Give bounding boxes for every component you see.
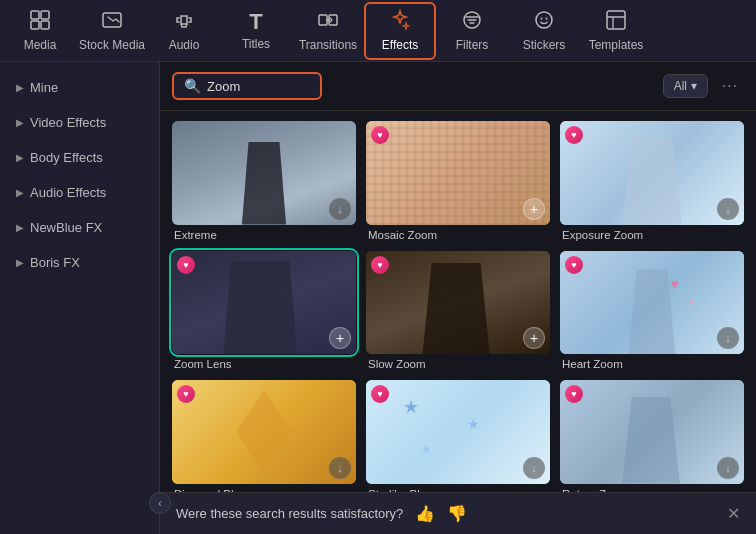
toolbar-filters-label: Filters bbox=[456, 38, 489, 52]
effect-thumb-heart-zoom[interactable]: ♥ ♥ ♥ ↓ bbox=[560, 251, 744, 355]
arrow-icon: ▶ bbox=[16, 257, 24, 268]
download-icon: ↓ bbox=[329, 457, 351, 479]
list-item[interactable]: ↓ Extreme bbox=[172, 121, 356, 241]
sidebar-collapse-button[interactable]: ‹ bbox=[149, 492, 171, 514]
effect-thumb-slow-zoom[interactable]: ♥ + bbox=[366, 251, 550, 355]
premium-badge: ♥ bbox=[565, 385, 583, 403]
svg-rect-5 bbox=[319, 15, 327, 25]
search-input[interactable] bbox=[207, 79, 307, 94]
svg-rect-11 bbox=[607, 11, 625, 29]
filters-icon bbox=[461, 9, 483, 34]
sidebar-item-audio-effects[interactable]: ▶ Audio Effects bbox=[0, 175, 159, 210]
feedback-text: Were these search results satisfactory? bbox=[176, 506, 403, 521]
toolbar-stickers[interactable]: Stickers bbox=[508, 2, 580, 60]
sidebar: ▶ Mine ▶ Video Effects ▶ Body Effects ▶ … bbox=[0, 62, 160, 534]
titles-icon: T bbox=[249, 11, 262, 33]
list-item[interactable]: ♥ + Slow Zoom bbox=[366, 251, 550, 371]
arrow-icon: ▶ bbox=[16, 82, 24, 93]
more-options-button[interactable]: ··· bbox=[716, 72, 744, 100]
sidebar-item-body-effects[interactable]: ▶ Body Effects bbox=[0, 140, 159, 175]
sidebar-item-body-effects-label: Body Effects bbox=[30, 150, 103, 165]
effects-grid: ↓ Extreme ♥ + Mosaic Zoom ♥ ↓ bbox=[160, 111, 756, 492]
toolbar-titles[interactable]: T Titles bbox=[220, 2, 292, 60]
download-icon: ↓ bbox=[523, 457, 545, 479]
toolbar-effects[interactable]: Effects bbox=[364, 2, 436, 60]
thumbup-icon[interactable]: 👍 bbox=[415, 504, 435, 523]
svg-rect-3 bbox=[41, 21, 49, 29]
stock-media-icon bbox=[101, 9, 123, 34]
list-item[interactable]: ♥ ♥ ♥ ↓ Heart Zoom bbox=[560, 251, 744, 371]
feedback-close-button[interactable]: ✕ bbox=[727, 504, 740, 523]
toolbar: Media Stock Media Audio T Titles bbox=[0, 0, 756, 62]
effect-label: Extreme bbox=[172, 229, 356, 241]
list-item[interactable]: ♥ ↓ Exposure Zoom bbox=[560, 121, 744, 241]
add-icon: + bbox=[523, 198, 545, 220]
arrow-icon: ▶ bbox=[16, 222, 24, 233]
toolbar-templates[interactable]: Templates bbox=[580, 2, 652, 60]
effects-icon bbox=[389, 9, 411, 34]
templates-icon bbox=[605, 9, 627, 34]
effect-label: Exposure Zoom bbox=[560, 229, 744, 241]
svg-rect-1 bbox=[41, 11, 49, 19]
download-icon: ↓ bbox=[717, 457, 739, 479]
premium-badge: ♥ bbox=[177, 385, 195, 403]
feedback-bar: Were these search results satisfactory? … bbox=[160, 492, 756, 534]
list-item[interactable]: ♥ ↓ Diamond Blur bbox=[172, 380, 356, 492]
chevron-down-icon: ▾ bbox=[691, 79, 697, 93]
toolbar-transitions[interactable]: Transitions bbox=[292, 2, 364, 60]
audio-icon bbox=[173, 9, 195, 34]
effect-thumb-zoom-lens[interactable]: ♥ + bbox=[172, 251, 356, 355]
toolbar-audio[interactable]: Audio bbox=[148, 2, 220, 60]
effect-thumb-exposure-zoom[interactable]: ♥ ↓ bbox=[560, 121, 744, 225]
sidebar-item-boris-fx[interactable]: ▶ Boris FX bbox=[0, 245, 159, 280]
list-item[interactable]: ♥ + Mosaic Zoom bbox=[366, 121, 550, 241]
stickers-icon bbox=[533, 9, 555, 34]
content-area: 🔍 All ▾ ··· ↓ Extreme bbox=[160, 62, 756, 534]
filter-label: All bbox=[674, 79, 687, 93]
toolbar-transitions-label: Transitions bbox=[299, 38, 357, 52]
arrow-icon: ▶ bbox=[16, 187, 24, 198]
list-item[interactable]: ★ ★ ★ ♥ ↓ Starlike Blur bbox=[366, 380, 550, 492]
sidebar-item-mine[interactable]: ▶ Mine bbox=[0, 70, 159, 105]
effect-thumb-extreme[interactable]: ↓ bbox=[172, 121, 356, 225]
svg-rect-6 bbox=[329, 15, 337, 25]
search-icon: 🔍 bbox=[184, 78, 201, 94]
toolbar-media[interactable]: Media bbox=[4, 2, 76, 60]
toolbar-stock-media[interactable]: Stock Media bbox=[76, 2, 148, 60]
svg-rect-2 bbox=[31, 21, 39, 29]
svg-point-10 bbox=[546, 18, 548, 20]
effect-thumb-mosaic-zoom[interactable]: ♥ + bbox=[366, 121, 550, 225]
sidebar-item-newblue-fx-label: NewBlue FX bbox=[30, 220, 102, 235]
effect-thumb-diamond-blur[interactable]: ♥ ↓ bbox=[172, 380, 356, 484]
arrow-icon: ▶ bbox=[16, 117, 24, 128]
toolbar-effects-label: Effects bbox=[382, 38, 418, 52]
sidebar-item-newblue-fx[interactable]: ▶ NewBlue FX bbox=[0, 210, 159, 245]
effect-label: Mosaic Zoom bbox=[366, 229, 550, 241]
thumbdown-icon[interactable]: 👎 bbox=[447, 504, 467, 523]
svg-rect-0 bbox=[31, 11, 39, 19]
sidebar-item-boris-fx-label: Boris FX bbox=[30, 255, 80, 270]
add-icon: + bbox=[523, 327, 545, 349]
toolbar-media-label: Media bbox=[24, 38, 57, 52]
toolbar-stickers-label: Stickers bbox=[523, 38, 566, 52]
premium-badge: ♥ bbox=[371, 256, 389, 274]
search-input-wrapper[interactable]: 🔍 bbox=[172, 72, 322, 100]
svg-point-9 bbox=[541, 18, 543, 20]
premium-badge: ♥ bbox=[371, 385, 389, 403]
toolbar-titles-label: Titles bbox=[242, 37, 270, 51]
transitions-icon bbox=[317, 9, 339, 34]
filter-dropdown[interactable]: All ▾ bbox=[663, 74, 708, 98]
list-item[interactable]: ♥ + Zoom Lens bbox=[172, 251, 356, 371]
premium-badge: ♥ bbox=[565, 126, 583, 144]
toolbar-filters[interactable]: Filters bbox=[436, 2, 508, 60]
arrow-icon: ▶ bbox=[16, 152, 24, 163]
toolbar-stock-media-label: Stock Media bbox=[79, 38, 145, 52]
sidebar-item-video-effects[interactable]: ▶ Video Effects bbox=[0, 105, 159, 140]
list-item[interactable]: ♥ ↓ Rotary Zoom bbox=[560, 380, 744, 492]
effect-thumb-rotary-zoom[interactable]: ♥ ↓ bbox=[560, 380, 744, 484]
download-icon: ↓ bbox=[717, 198, 739, 220]
effect-label: Slow Zoom bbox=[366, 358, 550, 370]
effect-thumb-starlike-blur[interactable]: ★ ★ ★ ♥ ↓ bbox=[366, 380, 550, 484]
effect-label: Zoom Lens bbox=[172, 358, 356, 370]
premium-badge: ♥ bbox=[371, 126, 389, 144]
